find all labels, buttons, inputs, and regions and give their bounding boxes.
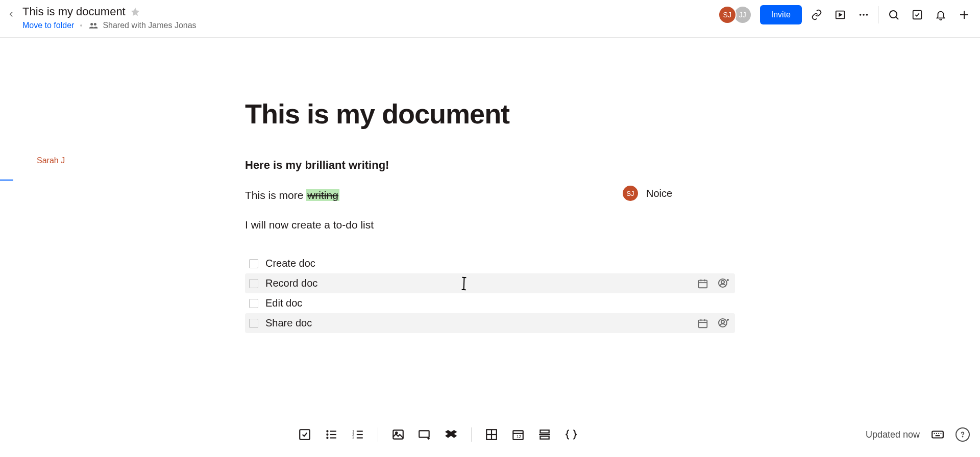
todo-label[interactable]: Create doc	[265, 258, 315, 269]
insert-dropbox[interactable]	[445, 428, 458, 441]
create-new-button[interactable]	[958, 8, 971, 21]
back-button[interactable]	[5, 8, 17, 20]
keyboard-shortcuts-button[interactable]	[931, 428, 944, 441]
svg-point-29	[327, 430, 328, 431]
people-icon	[88, 20, 99, 31]
notifications-button[interactable]	[934, 8, 947, 21]
tasks-button[interactable]	[911, 8, 924, 21]
shared-with-prefix: Shared with	[103, 21, 146, 30]
todo-assign-button[interactable]	[717, 317, 730, 330]
todo-label[interactable]: Edit doc	[265, 297, 302, 309]
comment-text[interactable]: Noice	[646, 188, 672, 199]
svg-point-42	[396, 432, 397, 434]
toolbar-separator	[471, 427, 472, 442]
comment-author-avatar: SJ	[622, 185, 639, 202]
svg-point-30	[327, 434, 328, 435]
comment-thread[interactable]: SJ Noice	[622, 185, 672, 202]
last-updated-label: Updated now	[866, 429, 920, 440]
text-caret	[463, 278, 465, 289]
insert-numbered-list[interactable]: 123	[351, 428, 364, 441]
presence-avatar[interactable]: SJ	[718, 6, 737, 24]
todo-checkbox[interactable]	[249, 259, 258, 268]
invite-button[interactable]: Invite	[760, 5, 802, 24]
todo-actions	[696, 317, 730, 330]
svg-rect-52	[540, 430, 549, 433]
insert-screen-add[interactable]	[418, 428, 431, 441]
doc-h1[interactable]: This is my document	[245, 99, 735, 129]
svg-point-4	[860, 14, 862, 16]
toolbar-separator	[378, 427, 378, 442]
todo-due-date-button[interactable]	[696, 277, 709, 290]
star-icon[interactable]	[130, 6, 141, 17]
present-button[interactable]	[834, 8, 847, 21]
insert-bulleted-list[interactable]	[325, 428, 338, 441]
insert-toolbar[interactable]: 123 12	[298, 427, 578, 442]
todo-actions	[696, 277, 730, 290]
highlighted-strikethrough-text[interactable]: writing	[306, 189, 339, 201]
todo-checkbox[interactable]	[249, 299, 258, 308]
move-to-folder-link[interactable]: Move to folder	[22, 21, 74, 30]
todo-label[interactable]: Share doc	[265, 317, 312, 329]
todo-checkbox[interactable]	[249, 279, 258, 288]
todo-assign-button[interactable]	[717, 277, 730, 290]
insert-calendar[interactable]: 12	[511, 428, 525, 441]
svg-text:12: 12	[517, 434, 522, 439]
svg-rect-20	[699, 320, 707, 327]
insert-image[interactable]	[391, 428, 405, 441]
todo-item[interactable]: Create doc	[245, 253, 735, 273]
doc-title-header[interactable]: This is my document	[22, 5, 126, 18]
svg-text:3: 3	[352, 436, 354, 440]
paragraph-1-plain: This is more	[245, 189, 306, 201]
shared-with-label[interactable]: Shared with James Jonas	[88, 20, 196, 31]
svg-point-1	[94, 23, 96, 26]
svg-point-25	[721, 320, 724, 323]
svg-rect-9	[913, 11, 922, 19]
svg-point-7	[890, 11, 897, 18]
svg-point-5	[863, 14, 865, 16]
svg-point-61	[962, 437, 963, 437]
todo-item[interactable]: Record doc	[245, 273, 735, 293]
svg-point-6	[866, 14, 868, 16]
svg-point-0	[91, 23, 93, 26]
todo-checkbox[interactable]	[249, 319, 258, 328]
presence-avatars[interactable]: SJJJ	[718, 6, 752, 24]
svg-rect-12	[699, 280, 707, 288]
search-button[interactable]	[887, 8, 900, 21]
todo-list[interactable]: Create docRecord docEdit docShare doc	[245, 253, 735, 333]
paragraph-2[interactable]: I will now create a to-do list	[245, 219, 735, 231]
insert-divider[interactable]	[538, 428, 551, 441]
shared-with-name: James Jonas	[148, 21, 196, 30]
svg-rect-54	[540, 436, 549, 439]
svg-marker-3	[839, 13, 842, 16]
todo-due-date-button[interactable]	[696, 317, 709, 330]
svg-rect-28	[300, 429, 310, 440]
todo-item[interactable]: Edit doc	[245, 293, 735, 313]
svg-point-17	[721, 281, 724, 284]
svg-line-8	[896, 17, 898, 19]
separator	[878, 6, 879, 23]
insert-code-block[interactable]	[565, 428, 578, 441]
copy-link-button[interactable]	[810, 8, 823, 21]
todo-item[interactable]: Share doc	[245, 313, 735, 333]
svg-point-31	[327, 437, 328, 438]
intro-line[interactable]: Here is my brilliant writing!	[245, 159, 735, 172]
svg-rect-43	[419, 430, 429, 437]
cursor-margin-indicator	[0, 180, 13, 181]
svg-rect-55	[932, 431, 943, 438]
insert-checklist[interactable]	[298, 428, 311, 441]
separator-dot	[80, 24, 82, 27]
help-button[interactable]	[955, 427, 970, 442]
todo-label[interactable]: Record doc	[265, 277, 317, 289]
more-menu[interactable]	[857, 8, 870, 21]
author-attribution[interactable]: Sarah J	[37, 156, 65, 165]
insert-table[interactable]	[485, 428, 498, 441]
